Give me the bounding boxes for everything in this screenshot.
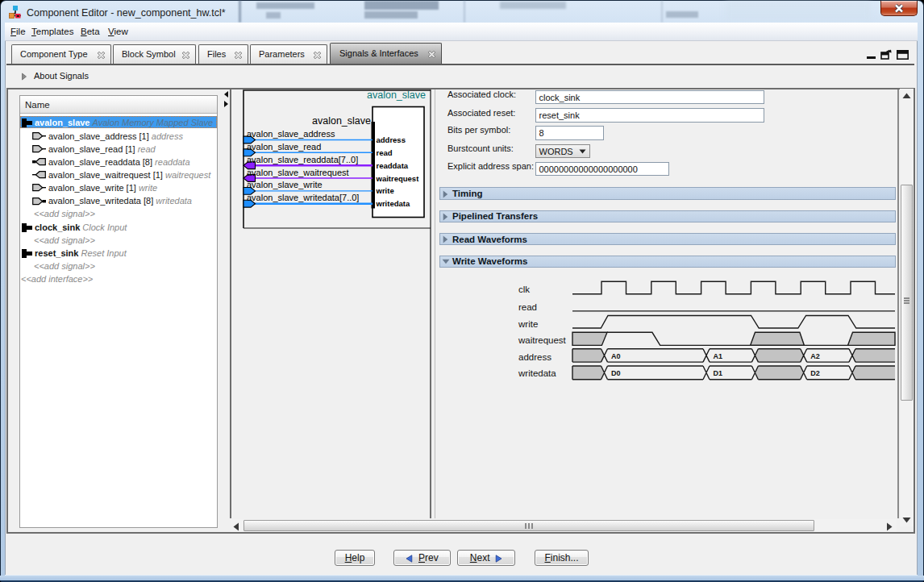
svg-text:avalon_slave_waitrequest: avalon_slave_waitrequest <box>247 168 349 177</box>
svg-text:address: address <box>518 352 551 362</box>
svg-text:writedata: writedata <box>518 368 556 378</box>
svg-text:clk: clk <box>518 285 530 294</box>
svg-text:A1: A1 <box>714 352 723 360</box>
svg-text:writedata: writedata <box>376 199 410 208</box>
svg-text:waitrequest: waitrequest <box>518 335 567 345</box>
svg-text:D1: D1 <box>714 369 723 377</box>
svg-text:read: read <box>377 148 393 157</box>
svg-text:A2: A2 <box>810 352 820 360</box>
svg-text:avalon_slave_write: avalon_slave_write <box>247 180 323 189</box>
svg-text:waitrequest: waitrequest <box>376 174 420 183</box>
svg-text:avalon_slave_read: avalon_slave_read <box>247 142 321 152</box>
svg-text:avalon_slave: avalon_slave <box>367 89 426 101</box>
svg-text:readdata: readdata <box>377 161 409 170</box>
svg-text:avalon_slave: avalon_slave <box>312 115 371 127</box>
svg-text:avalon_slave_address: avalon_slave_address <box>247 129 335 139</box>
svg-text:address: address <box>377 135 406 144</box>
svg-text:D2: D2 <box>810 369 820 377</box>
svg-text:avalon_slave_readdata[7..0]: avalon_slave_readdata[7..0] <box>247 155 358 164</box>
svg-text:write: write <box>376 186 394 195</box>
svg-text:avalon_slave_writedata[7..0]: avalon_slave_writedata[7..0] <box>247 193 359 202</box>
svg-text:A0: A0 <box>611 352 621 360</box>
svg-text:read: read <box>518 302 537 312</box>
svg-text:D0: D0 <box>611 369 621 377</box>
svg-text:write: write <box>518 319 538 329</box>
